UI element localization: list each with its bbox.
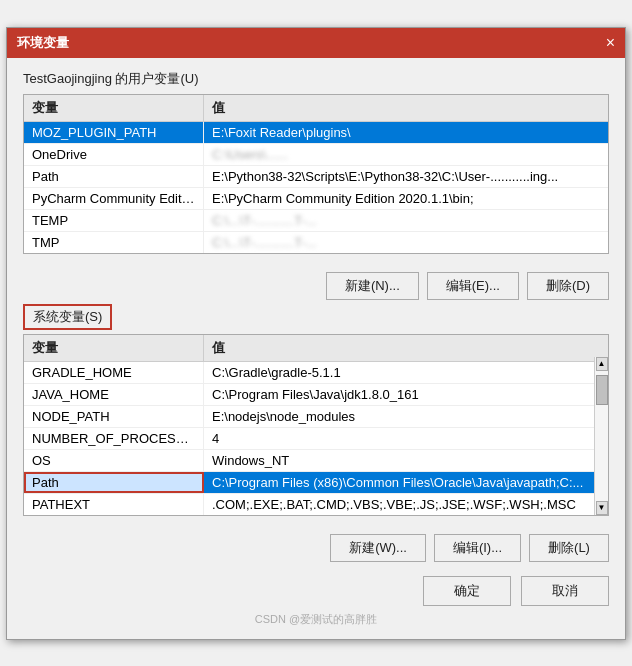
table-row[interactable]: Path C:\Program Files (x86)\Common Files… (24, 472, 608, 494)
cancel-button[interactable]: 取消 (521, 576, 609, 606)
user-buttons-row: 新建(N)... 编辑(E)... 删除(D) (23, 264, 609, 304)
table-row[interactable]: PyCharm Community Editi... E:\PyCharm Co… (24, 188, 608, 210)
table-row[interactable]: PATHEXT .COM;.EXE;.BAT;.CMD;.VBS;.VBE;.J… (24, 494, 608, 515)
table-row[interactable]: OneDrive C:\Users\...... (24, 144, 608, 166)
sys-var-cell: OS (24, 450, 204, 471)
sys-new-button[interactable]: 新建(W)... (330, 534, 426, 562)
sys-var-cell: PATHEXT (24, 494, 204, 515)
scroll-down-arrow[interactable]: ▼ (596, 501, 608, 515)
sys-val-cell: C:\Program Files\Java\jdk1.8.0_161 (204, 384, 608, 405)
user-table-body: MOZ_PLUGIN_PATH E:\Foxit Reader\plugins\… (24, 122, 608, 253)
environment-variables-dialog: 环境变量 × TestGaojingjing 的用户变量(U) 变量 值 MOZ… (6, 27, 626, 640)
sys-val-cell: 4 (204, 428, 608, 449)
table-row[interactable]: GRADLE_HOME C:\Gradle\gradle-5.1.1 (24, 362, 608, 384)
dialog-title: 环境变量 (17, 34, 69, 52)
dialog-body: TestGaojingjing 的用户变量(U) 变量 值 MOZ_PLUGIN… (7, 58, 625, 639)
sys-val-cell: .COM;.EXE;.BAT;.CMD;.VBS;.VBE;.JS;.JSE;.… (204, 494, 608, 515)
user-var-cell: Path (24, 166, 204, 187)
user-variables-box: 变量 值 MOZ_PLUGIN_PATH E:\Foxit Reader\plu… (23, 94, 609, 254)
table-row[interactable]: TEMP C:\...\T-...........T-... (24, 210, 608, 232)
user-var-cell: MOZ_PLUGIN_PATH (24, 122, 204, 143)
user-edit-button[interactable]: 编辑(E)... (427, 272, 519, 300)
sys-var-cell: NODE_PATH (24, 406, 204, 427)
user-val-cell: C:\Users\...... (204, 144, 608, 165)
user-var-cell: PyCharm Community Editi... (24, 188, 204, 209)
table-row[interactable]: NUMBER_OF_PROCESSORS 4 (24, 428, 608, 450)
sys-val-cell: C:\Gradle\gradle-5.1.1 (204, 362, 608, 383)
system-table-body: GRADLE_HOME C:\Gradle\gradle-5.1.1 JAVA_… (24, 362, 608, 515)
user-val-cell: E:\PyCharm Community Edition 2020.1.1\bi… (204, 188, 608, 209)
scrollbar[interactable]: ▲ ▼ (594, 357, 608, 515)
sys-var-cell: JAVA_HOME (24, 384, 204, 405)
table-row[interactable]: JAVA_HOME C:\Program Files\Java\jdk1.8.0… (24, 384, 608, 406)
footer-buttons: 确定 取消 (23, 566, 609, 610)
user-var-cell: TEMP (24, 210, 204, 231)
user-val-cell: E:\Foxit Reader\plugins\ (204, 122, 608, 143)
sys-delete-button[interactable]: 删除(L) (529, 534, 609, 562)
user-new-button[interactable]: 新建(N)... (326, 272, 419, 300)
sys-edit-button[interactable]: 编辑(I)... (434, 534, 521, 562)
system-variables-box: 变量 值 GRADLE_HOME C:\Gradle\gradle-5.1.1 … (23, 334, 609, 516)
table-row[interactable]: TMP C:\...\T-...........T-... (24, 232, 608, 253)
user-section-label: TestGaojingjing 的用户变量(U) (23, 70, 609, 88)
user-val-cell: C:\...\T-...........T-... (204, 210, 608, 231)
user-delete-button[interactable]: 删除(D) (527, 272, 609, 300)
sys-col-variable: 变量 (24, 335, 204, 361)
close-button[interactable]: × (606, 35, 615, 51)
title-bar: 环境变量 × (7, 28, 625, 58)
user-col-variable: 变量 (24, 95, 204, 121)
user-col-value: 值 (204, 95, 608, 121)
sys-path-val-cell: C:\Program Files (x86)\Common Files\Orac… (204, 472, 608, 493)
sys-val-cell: E:\nodejs\node_modules (204, 406, 608, 427)
table-row[interactable]: NODE_PATH E:\nodejs\node_modules (24, 406, 608, 428)
system-section-label: 系统变量(S) (23, 304, 112, 330)
sys-path-var-cell: Path (24, 472, 204, 493)
scroll-up-arrow[interactable]: ▲ (596, 357, 608, 371)
sys-col-value: 值 (204, 335, 608, 361)
user-var-cell: TMP (24, 232, 204, 253)
sys-var-cell: GRADLE_HOME (24, 362, 204, 383)
system-buttons-row: 新建(W)... 编辑(I)... 删除(L) (23, 526, 609, 566)
sys-var-cell: NUMBER_OF_PROCESSORS (24, 428, 204, 449)
ok-button[interactable]: 确定 (423, 576, 511, 606)
scroll-thumb[interactable] (596, 375, 608, 405)
user-val-cell: E:\Python38-32\Scripts\E:\Python38-32\C:… (204, 166, 608, 187)
system-section-title-row: 系统变量(S) (23, 304, 609, 330)
watermark: CSDN @爱测试的高胖胜 (23, 610, 609, 627)
sys-val-cell: Windows_NT (204, 450, 608, 471)
user-var-cell: OneDrive (24, 144, 204, 165)
system-table-header: 变量 值 (24, 335, 608, 362)
table-row[interactable]: Path E:\Python38-32\Scripts\E:\Python38-… (24, 166, 608, 188)
table-row[interactable]: OS Windows_NT (24, 450, 608, 472)
user-table-header: 变量 值 (24, 95, 608, 122)
user-val-cell: C:\...\T-...........T-... (204, 232, 608, 253)
table-row[interactable]: MOZ_PLUGIN_PATH E:\Foxit Reader\plugins\ (24, 122, 608, 144)
